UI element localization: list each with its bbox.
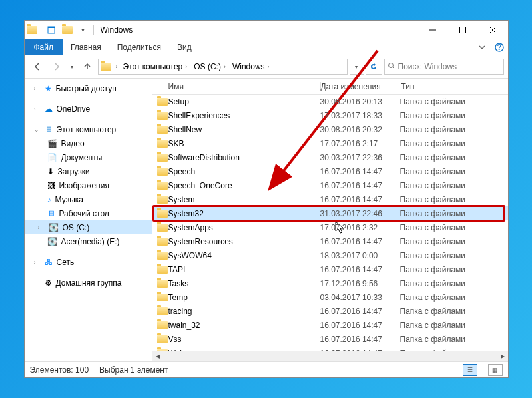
file-date: 17.07.2016 2:32 [320, 223, 400, 232]
breadcrumb[interactable]: › Этот компьютер› OS (C:)› Windows› [98, 59, 348, 75]
recent-dropdown[interactable]: ▾ [67, 58, 77, 75]
picture-icon: 🖼 [47, 181, 55, 190]
file-type: Папка с файлами [400, 307, 508, 316]
file-row[interactable]: TAPI16.07.2016 14:47Папка с файлами [152, 262, 508, 276]
file-row[interactable]: Temp03.04.2017 10:33Папка с файлами [152, 290, 508, 304]
file-name: Speech_OneCore [168, 181, 320, 190]
file-row[interactable]: Setup30.08.2016 20:13Папка с файлами [152, 95, 508, 108]
chevron-right-icon[interactable]: › [113, 63, 121, 70]
address-bar: ▾ › Этот компьютер› OS (C:)› Windows› ▾ … [25, 55, 508, 78]
nav-network[interactable]: ›🖧Сеть [25, 255, 152, 269]
breadcrumb-item-folder[interactable]: Windows› [230, 59, 274, 74]
folder-icon [152, 252, 168, 260]
file-row[interactable]: Speech_OneCore16.07.2016 14:47Папка с фа… [152, 178, 508, 192]
file-row[interactable]: SKB17.07.2016 2:17Папка с файлами [152, 136, 508, 150]
expand-ribbon-button[interactable] [473, 39, 491, 55]
svg-point-9 [388, 63, 393, 67]
file-row[interactable]: Speech16.07.2016 14:47Папка с файлами [152, 164, 508, 178]
tab-share[interactable]: Поделиться [109, 39, 169, 55]
folder-icon [152, 126, 168, 134]
file-type: Папка с файлами [400, 223, 508, 232]
qat-customize-dropdown[interactable]: ▼ [76, 23, 91, 37]
file-row[interactable]: SoftwareDistribution30.03.2017 22:36Папк… [152, 150, 508, 164]
column-type[interactable]: Тип [401, 82, 508, 91]
column-date[interactable]: Дата изменения [321, 82, 401, 91]
file-type: Папка с файлами [400, 153, 508, 162]
scroll-right-button[interactable]: ▶ [497, 351, 508, 362]
nav-drive-e[interactable]: 💽Acer(media) (E:) [25, 234, 152, 248]
nav-drive-c[interactable]: ›💽OS (C:) [25, 220, 152, 234]
file-row[interactable]: Vss16.07.2016 14:47Папка с файлами [152, 332, 508, 346]
file-row[interactable]: System3231.03.2017 22:46Папка с файлами [152, 206, 508, 220]
file-type: Папка с файлами [400, 251, 508, 260]
ribbon-tabs: Файл Главная Поделиться Вид ? [25, 39, 508, 55]
file-date: 17.03.2017 18:33 [320, 111, 400, 120]
breadcrumb-item-drive[interactable]: OS (C:)› [191, 59, 230, 74]
file-list-area: Имя Дата изменения Тип Setup30.08.2016 2… [152, 79, 508, 361]
details-view-button[interactable]: ☰ [463, 364, 477, 376]
file-type: Папка с файлами [400, 181, 508, 190]
folder-icon [152, 321, 168, 329]
nav-pictures[interactable]: 🖼Изображения [25, 178, 152, 192]
up-button[interactable] [79, 58, 96, 75]
file-row[interactable]: ShellExperiences17.03.2017 18:33Папка с … [152, 108, 508, 122]
star-icon: ★ [45, 84, 52, 93]
horizontal-scrollbar[interactable]: ◀ ▶ [152, 351, 508, 361]
breadcrumb-history-dropdown[interactable]: ▾ [350, 59, 364, 75]
qat-new-folder-button[interactable] [60, 23, 75, 37]
nav-music[interactable]: ♪Музыка [25, 192, 152, 206]
nav-downloads[interactable]: ⬇Загрузки [25, 164, 152, 178]
file-row[interactable]: SystemApps17.07.2016 2:32Папка с файлами [152, 220, 508, 234]
file-type: Папка с файлами [400, 97, 508, 106]
tab-home[interactable]: Главная [63, 39, 109, 55]
file-row[interactable]: SystemResources16.07.2016 14:47Папка с ф… [152, 234, 508, 248]
nav-onedrive[interactable]: ›☁OneDrive [25, 102, 152, 116]
tab-view[interactable]: Вид [169, 39, 200, 55]
maximize-button[interactable] [448, 21, 478, 39]
icons-view-button[interactable]: ▦ [488, 364, 503, 376]
nav-homegroup[interactable]: ⚙Домашняя группа [25, 276, 152, 290]
refresh-button[interactable] [366, 59, 382, 75]
window-title: Windows [101, 25, 133, 35]
folder-icon [152, 266, 168, 274]
file-row[interactable]: tracing16.07.2016 14:47Папка с файлами [152, 304, 508, 318]
file-row[interactable]: System16.07.2016 14:47Папка с файлами [152, 192, 508, 206]
nav-this-pc[interactable]: ⌄🖥Этот компьютер [25, 122, 152, 136]
help-button[interactable]: ? [491, 39, 508, 55]
folder-icon [99, 63, 113, 71]
folder-icon [152, 140, 168, 148]
file-type: Папка с файлами [400, 321, 508, 330]
nav-quick-access[interactable]: ›★Быстрый доступ [25, 81, 152, 95]
qat-properties-button[interactable] [44, 23, 59, 37]
scroll-left-button[interactable]: ◀ [152, 351, 163, 362]
file-type: Папка с файлами [400, 125, 508, 134]
desktop-icon: 🖥 [47, 209, 55, 218]
file-list[interactable]: Setup30.08.2016 20:13Папка с файламиShel… [152, 95, 508, 351]
file-date: 16.07.2016 14:47 [320, 321, 400, 330]
nav-desktop[interactable]: 🖥Рабочий стол [25, 206, 152, 220]
search-input[interactable]: Поиск: Windows [384, 59, 504, 75]
cloud-icon: ☁ [45, 104, 53, 114]
minimize-button[interactable] [418, 21, 448, 39]
file-date: 16.07.2016 14:47 [320, 335, 400, 344]
file-date: 16.07.2016 14:47 [320, 307, 400, 316]
nav-video[interactable]: 🎬Видео [25, 136, 152, 150]
close-button[interactable] [478, 21, 508, 39]
file-date: 30.08.2016 20:13 [320, 97, 400, 106]
search-icon [388, 62, 396, 72]
back-button[interactable] [29, 58, 46, 75]
forward-button[interactable] [48, 58, 65, 75]
file-row[interactable]: SysWOW6418.03.2017 0:00Папка с файлами [152, 248, 508, 262]
tab-file[interactable]: Файл [25, 39, 63, 55]
file-row[interactable]: Web16.07.2016 14:47Папка с файлами [152, 346, 508, 351]
nav-documents[interactable]: 📄Документы [25, 150, 152, 164]
file-row[interactable]: ShellNew30.08.2016 20:32Папка с файлами [152, 122, 508, 136]
column-name[interactable]: Имя [152, 82, 320, 91]
file-name: SystemResources [168, 237, 320, 246]
breadcrumb-item-pc[interactable]: Этот компьютер› [121, 59, 192, 74]
document-icon: 📄 [47, 153, 57, 162]
file-date: 31.03.2017 22:46 [320, 209, 400, 218]
file-row[interactable]: Tasks17.12.2016 9:56Папка с файлами [152, 276, 508, 290]
file-date: 17.07.2016 2:17 [320, 139, 400, 148]
file-row[interactable]: twain_3216.07.2016 14:47Папка с файлами [152, 318, 508, 332]
